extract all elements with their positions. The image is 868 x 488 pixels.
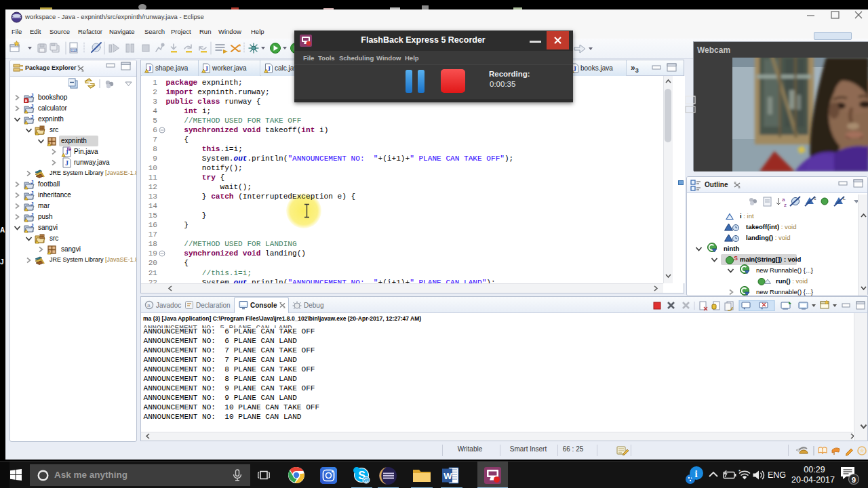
svg-text:*: *: [738, 469, 741, 474]
svg-text:a: a: [147, 302, 151, 308]
svg-text:P: P: [68, 146, 71, 151]
svg-text:L: L: [843, 196, 846, 201]
svg-text:J: J: [31, 179, 33, 185]
svg-text:J: J: [65, 159, 68, 167]
svg-text:J: J: [31, 211, 33, 218]
svg-text:9: 9: [852, 476, 856, 484]
svg-text:z: z: [784, 202, 787, 208]
svg-text:010: 010: [71, 48, 77, 52]
svg-text:J: J: [31, 92, 33, 98]
svg-text:J: J: [31, 114, 33, 120]
svg-text:J: J: [31, 201, 33, 207]
svg-text:J: J: [31, 190, 33, 196]
svg-text:i: i: [695, 468, 698, 479]
svg-text:J: J: [148, 65, 151, 73]
svg-text:s: s: [814, 196, 816, 201]
svg-text:J: J: [31, 222, 33, 228]
svg-text:J: J: [31, 103, 33, 109]
svg-text:S: S: [734, 255, 738, 262]
svg-text:J: J: [205, 65, 208, 73]
svg-text:J: J: [573, 65, 576, 73]
svg-text:W: W: [443, 471, 452, 481]
svg-text:J: J: [267, 65, 271, 73]
